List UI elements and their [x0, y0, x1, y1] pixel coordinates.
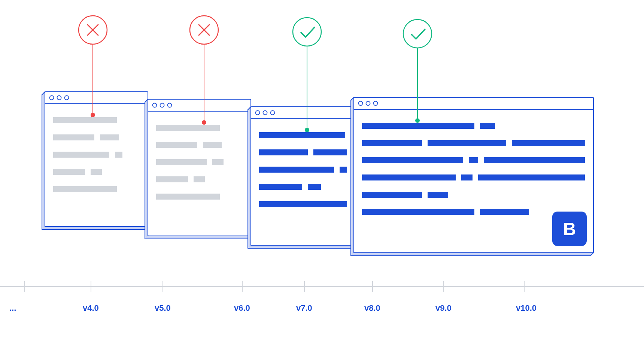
svg-rect-66 [461, 174, 473, 180]
svg-rect-48 [259, 184, 302, 190]
svg-point-73 [91, 113, 95, 117]
status-indicator-w3 [285, 0, 329, 137]
svg-rect-35 [194, 176, 205, 182]
svg-rect-58 [480, 123, 495, 129]
version-label-v4-0: v4.0 [83, 303, 99, 313]
version-label-v8-0: v8.0 [364, 303, 380, 313]
svg-rect-33 [212, 159, 224, 165]
svg-rect-18 [53, 152, 109, 158]
svg-point-80 [293, 18, 321, 46]
svg-rect-63 [469, 157, 478, 163]
version-label-v6-0: v6.0 [234, 303, 250, 313]
svg-rect-30 [156, 142, 197, 148]
svg-rect-64 [484, 157, 585, 163]
svg-rect-17 [100, 134, 119, 140]
version-label-v10-0: v10.0 [516, 303, 537, 313]
svg-rect-32 [156, 159, 207, 165]
svg-rect-59 [362, 140, 422, 146]
logo-badge: B [552, 212, 587, 246]
svg-rect-69 [428, 192, 448, 198]
status-indicator-w1 [70, 0, 115, 122]
svg-rect-50 [259, 201, 347, 207]
svg-rect-22 [53, 186, 117, 192]
version-label-v5-0: v5.0 [155, 303, 171, 313]
svg-point-79 [305, 128, 309, 132]
svg-rect-47 [340, 167, 347, 173]
svg-rect-45 [313, 149, 347, 155]
svg-rect-21 [91, 169, 102, 175]
status-indicator-w4 [395, 0, 440, 128]
version-label-v9-0: v9.0 [435, 303, 452, 313]
svg-point-76 [202, 120, 206, 125]
svg-rect-19 [115, 152, 122, 158]
svg-rect-49 [308, 184, 321, 190]
version-label-v7-0: v7.0 [296, 303, 312, 313]
svg-rect-60 [428, 140, 506, 146]
svg-rect-67 [478, 174, 585, 180]
svg-rect-36 [156, 194, 220, 200]
svg-rect-61 [512, 140, 585, 146]
svg-point-83 [403, 19, 432, 48]
status-indicator-w2 [182, 0, 227, 130]
svg-point-82 [415, 118, 420, 123]
svg-rect-68 [362, 192, 422, 198]
axis-ellipsis: ... [9, 303, 16, 313]
svg-rect-31 [203, 142, 222, 148]
svg-rect-70 [362, 209, 474, 215]
svg-rect-62 [362, 157, 463, 163]
svg-rect-71 [480, 209, 529, 215]
svg-rect-65 [362, 174, 456, 180]
svg-rect-34 [156, 176, 188, 182]
svg-rect-16 [53, 134, 94, 140]
svg-rect-46 [259, 167, 334, 173]
svg-rect-44 [259, 149, 308, 155]
svg-rect-20 [53, 169, 85, 175]
